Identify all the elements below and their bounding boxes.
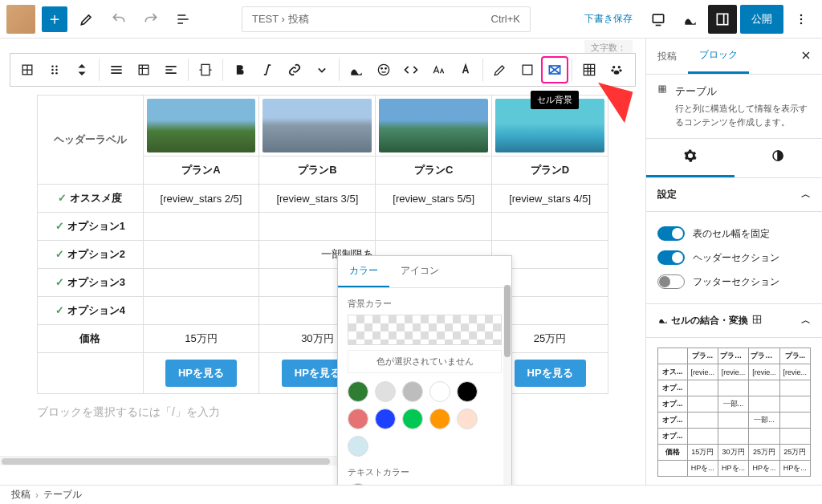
sidebar-close-icon[interactable] — [796, 46, 816, 67]
outline-icon[interactable] — [170, 6, 196, 32]
table-cell[interactable] — [143, 213, 259, 241]
pricing-table[interactable]: ヘッダーラベル プランA プランB プランC プランD ✓オススメ度 [revi… — [37, 95, 608, 394]
table-cell[interactable] — [38, 353, 144, 394]
code-icon[interactable] — [397, 56, 425, 83]
color-swatch[interactable] — [375, 381, 396, 402]
color-swatch[interactable] — [457, 408, 478, 429]
sidebar-tab-block[interactable]: ブロック — [688, 39, 749, 74]
header-label-cell[interactable]: ヘッダーラベル — [38, 96, 144, 185]
row-header[interactable]: 価格 — [38, 325, 144, 353]
italic-icon[interactable] — [254, 56, 281, 83]
redo-icon[interactable] — [138, 6, 164, 32]
table-cell[interactable] — [143, 297, 259, 325]
bold-icon[interactable] — [226, 56, 254, 83]
color-swatch[interactable] — [402, 408, 423, 429]
table-cell[interactable] — [376, 213, 492, 241]
block-type-icon[interactable] — [14, 56, 41, 83]
row-header[interactable]: ✓オプション2 — [38, 241, 144, 269]
add-block-button[interactable]: ＋ — [42, 6, 67, 32]
panel-merge-header[interactable]: セルの結合・変換 ︿ — [646, 304, 822, 338]
table-edit-icon[interactable] — [130, 56, 157, 83]
more-menu-icon[interactable] — [787, 5, 816, 34]
plan-name[interactable]: プランC — [376, 156, 492, 185]
table-cell[interactable]: [review_stars 3/5] — [259, 185, 376, 213]
border-icon[interactable] — [514, 56, 541, 83]
toggle-footer-section[interactable] — [657, 274, 685, 289]
popover-tab-icon[interactable]: アイコン — [389, 256, 450, 287]
column-width-icon[interactable] — [192, 56, 219, 83]
row-header[interactable]: ✓オプション3 — [38, 269, 144, 297]
document-title-bar[interactable]: TEST › 投稿 Ctrl+K — [242, 6, 531, 32]
plan-name[interactable]: プランA — [143, 156, 259, 185]
plan-image-c[interactable] — [376, 96, 492, 156]
emoji-icon[interactable] — [370, 56, 397, 83]
breadcrumb: 投稿 › テーブル — [0, 485, 822, 504]
text-align-icon[interactable] — [157, 56, 185, 83]
table-cell[interactable]: [review_stars 4/5] — [492, 185, 608, 213]
color-swatch[interactable] — [429, 408, 450, 429]
sidebar-subtab-settings[interactable] — [646, 139, 735, 177]
plan-name[interactable]: プランB — [259, 156, 376, 185]
cell-background-button[interactable] — [541, 56, 568, 83]
color-swatch[interactable] — [348, 408, 368, 429]
breadcrumb-item[interactable]: テーブル — [43, 488, 82, 502]
popover-scrollbar[interactable] — [503, 285, 511, 485]
table-cell[interactable]: HPを見る — [143, 353, 259, 394]
cta-button[interactable]: HPを見る — [515, 360, 586, 387]
svg-rect-13 — [139, 65, 149, 75]
row-header[interactable]: ✓オプション4 — [38, 297, 144, 325]
row-header[interactable]: ✓オプション1 — [38, 213, 144, 241]
site-avatar[interactable] — [6, 5, 35, 34]
toggle-fixed-width[interactable] — [657, 226, 685, 241]
table-cell[interactable]: 15万円 — [143, 325, 259, 353]
block-inserter-placeholder[interactable]: ブロックを選択するには「/」を入力 — [0, 394, 645, 420]
save-draft-button[interactable]: 下書き保存 — [576, 7, 641, 30]
paw-icon[interactable] — [603, 56, 630, 83]
color-swatch[interactable] — [348, 483, 368, 485]
plan-image-b[interactable] — [259, 96, 376, 156]
color-swatch[interactable] — [348, 381, 368, 402]
text-color-icon[interactable] — [452, 56, 479, 83]
toggle-header-section[interactable] — [657, 250, 685, 265]
table-cell[interactable] — [492, 213, 608, 241]
color-swatch[interactable] — [402, 381, 423, 402]
text-color-label: テキストカラー — [348, 466, 502, 478]
table-cell[interactable]: [review_stars 5/5] — [376, 185, 492, 213]
move-arrows-icon[interactable] — [68, 56, 96, 83]
swell-icon[interactable] — [676, 5, 705, 34]
color-swatch[interactable] — [429, 381, 450, 402]
publish-button[interactable]: 公開 — [740, 5, 783, 34]
plan-name[interactable]: プランD — [492, 156, 608, 185]
color-swatch[interactable] — [457, 381, 478, 402]
svg-point-17 — [385, 68, 387, 70]
undo-icon[interactable] — [106, 6, 132, 32]
color-swatch[interactable] — [348, 436, 368, 457]
swell-mark-icon[interactable] — [343, 56, 370, 83]
link-icon[interactable] — [281, 56, 308, 83]
svg-point-15 — [378, 64, 389, 75]
svg-point-23 — [611, 69, 613, 71]
chevron-down-icon[interactable] — [308, 56, 336, 83]
sidebar-tab-post[interactable]: 投稿 — [646, 40, 688, 73]
table-cell[interactable]: [review_stars 2/5] — [143, 185, 259, 213]
font-size-icon[interactable] — [425, 56, 452, 83]
cta-button[interactable]: HPを見る — [165, 360, 237, 387]
popover-tab-color[interactable]: カラー — [338, 256, 389, 287]
drag-handle-icon[interactable] — [41, 56, 68, 83]
sidebar-subtab-styles[interactable] — [735, 139, 823, 177]
bg-color-preview[interactable] — [348, 315, 502, 345]
table-cell[interactable] — [143, 269, 259, 297]
breadcrumb-item[interactable]: 投稿 — [11, 488, 31, 502]
table-cell[interactable] — [259, 213, 376, 241]
panel-settings-header[interactable]: 設定 ︿ — [646, 178, 822, 212]
row-header[interactable]: ✓オススメ度 — [38, 185, 144, 213]
color-swatch[interactable] — [375, 408, 396, 429]
table-cell[interactable] — [143, 241, 259, 269]
highlighter-icon[interactable] — [486, 56, 514, 83]
align-icon[interactable] — [103, 56, 130, 83]
preview-icon[interactable] — [644, 5, 673, 34]
plan-image-a[interactable] — [143, 96, 259, 156]
table-grid-icon[interactable] — [576, 56, 603, 83]
edit-icon[interactable] — [74, 6, 100, 32]
settings-sidebar-toggle[interactable] — [708, 5, 737, 34]
